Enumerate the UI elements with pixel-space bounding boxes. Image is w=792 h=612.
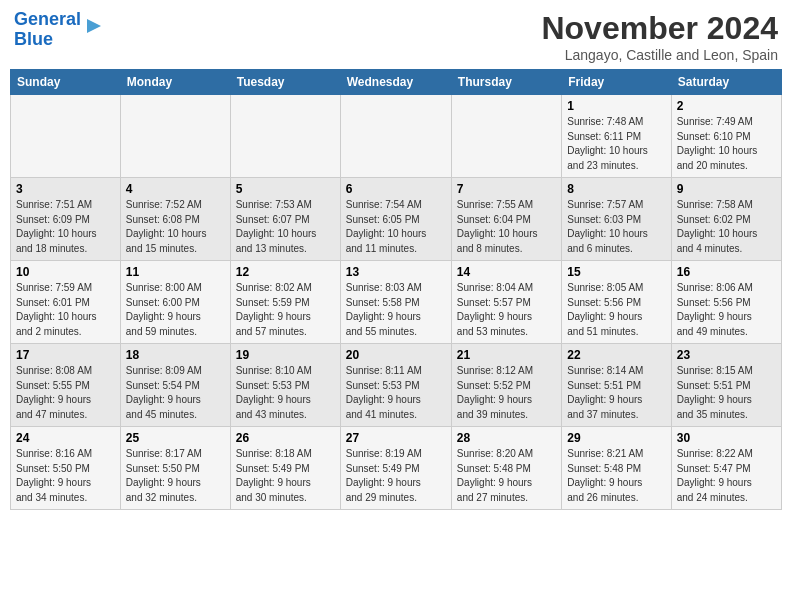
calendar-cell: 2Sunrise: 7:49 AMSunset: 6:10 PMDaylight… [671, 95, 781, 178]
day-info: Sunrise: 8:16 AMSunset: 5:50 PMDaylight:… [16, 447, 115, 505]
calendar-cell: 21Sunrise: 8:12 AMSunset: 5:52 PMDayligh… [451, 344, 561, 427]
day-number: 19 [236, 348, 335, 362]
header-row: Sunday Monday Tuesday Wednesday Thursday… [11, 70, 782, 95]
day-info: Sunrise: 8:05 AMSunset: 5:56 PMDaylight:… [567, 281, 665, 339]
day-info: Sunrise: 7:54 AMSunset: 6:05 PMDaylight:… [346, 198, 446, 256]
day-number: 18 [126, 348, 225, 362]
calendar-cell: 17Sunrise: 8:08 AMSunset: 5:55 PMDayligh… [11, 344, 121, 427]
day-number: 17 [16, 348, 115, 362]
header-thursday: Thursday [451, 70, 561, 95]
header-saturday: Saturday [671, 70, 781, 95]
day-info: Sunrise: 7:59 AMSunset: 6:01 PMDaylight:… [16, 281, 115, 339]
calendar-cell [11, 95, 121, 178]
day-info: Sunrise: 8:12 AMSunset: 5:52 PMDaylight:… [457, 364, 556, 422]
calendar-cell [451, 95, 561, 178]
calendar-cell: 3Sunrise: 7:51 AMSunset: 6:09 PMDaylight… [11, 178, 121, 261]
month-title: November 2024 [541, 10, 778, 47]
day-info: Sunrise: 8:03 AMSunset: 5:58 PMDaylight:… [346, 281, 446, 339]
calendar-cell: 30Sunrise: 8:22 AMSunset: 5:47 PMDayligh… [671, 427, 781, 510]
calendar-cell: 26Sunrise: 8:18 AMSunset: 5:49 PMDayligh… [230, 427, 340, 510]
calendar-cell: 23Sunrise: 8:15 AMSunset: 5:51 PMDayligh… [671, 344, 781, 427]
calendar-cell: 15Sunrise: 8:05 AMSunset: 5:56 PMDayligh… [562, 261, 671, 344]
day-number: 12 [236, 265, 335, 279]
week-row-2: 3Sunrise: 7:51 AMSunset: 6:09 PMDaylight… [11, 178, 782, 261]
day-info: Sunrise: 8:15 AMSunset: 5:51 PMDaylight:… [677, 364, 776, 422]
calendar-cell [340, 95, 451, 178]
header-friday: Friday [562, 70, 671, 95]
day-info: Sunrise: 8:11 AMSunset: 5:53 PMDaylight:… [346, 364, 446, 422]
day-info: Sunrise: 7:51 AMSunset: 6:09 PMDaylight:… [16, 198, 115, 256]
logo-text: General Blue [14, 10, 81, 50]
day-number: 30 [677, 431, 776, 445]
day-number: 20 [346, 348, 446, 362]
day-number: 10 [16, 265, 115, 279]
calendar-cell: 4Sunrise: 7:52 AMSunset: 6:08 PMDaylight… [120, 178, 230, 261]
day-number: 3 [16, 182, 115, 196]
calendar-cell: 11Sunrise: 8:00 AMSunset: 6:00 PMDayligh… [120, 261, 230, 344]
calendar-header: Sunday Monday Tuesday Wednesday Thursday… [11, 70, 782, 95]
logo-arrow-icon [83, 15, 105, 37]
week-row-4: 17Sunrise: 8:08 AMSunset: 5:55 PMDayligh… [11, 344, 782, 427]
calendar-cell: 27Sunrise: 8:19 AMSunset: 5:49 PMDayligh… [340, 427, 451, 510]
calendar-cell: 24Sunrise: 8:16 AMSunset: 5:50 PMDayligh… [11, 427, 121, 510]
day-info: Sunrise: 7:57 AMSunset: 6:03 PMDaylight:… [567, 198, 665, 256]
day-number: 23 [677, 348, 776, 362]
calendar-cell: 1Sunrise: 7:48 AMSunset: 6:11 PMDaylight… [562, 95, 671, 178]
calendar-cell: 12Sunrise: 8:02 AMSunset: 5:59 PMDayligh… [230, 261, 340, 344]
calendar-cell [230, 95, 340, 178]
week-row-5: 24Sunrise: 8:16 AMSunset: 5:50 PMDayligh… [11, 427, 782, 510]
calendar-cell: 8Sunrise: 7:57 AMSunset: 6:03 PMDaylight… [562, 178, 671, 261]
day-number: 11 [126, 265, 225, 279]
day-number: 1 [567, 99, 665, 113]
logo-blue: Blue [14, 29, 53, 49]
calendar-cell [120, 95, 230, 178]
day-info: Sunrise: 8:08 AMSunset: 5:55 PMDaylight:… [16, 364, 115, 422]
day-number: 27 [346, 431, 446, 445]
calendar-cell: 7Sunrise: 7:55 AMSunset: 6:04 PMDaylight… [451, 178, 561, 261]
day-number: 25 [126, 431, 225, 445]
day-info: Sunrise: 7:49 AMSunset: 6:10 PMDaylight:… [677, 115, 776, 173]
calendar-table: Sunday Monday Tuesday Wednesday Thursday… [10, 69, 782, 510]
day-info: Sunrise: 8:10 AMSunset: 5:53 PMDaylight:… [236, 364, 335, 422]
day-number: 24 [16, 431, 115, 445]
header-monday: Monday [120, 70, 230, 95]
calendar-cell: 9Sunrise: 7:58 AMSunset: 6:02 PMDaylight… [671, 178, 781, 261]
day-info: Sunrise: 8:18 AMSunset: 5:49 PMDaylight:… [236, 447, 335, 505]
day-info: Sunrise: 8:09 AMSunset: 5:54 PMDaylight:… [126, 364, 225, 422]
header-wednesday: Wednesday [340, 70, 451, 95]
logo-general: General [14, 9, 81, 29]
header-sunday: Sunday [11, 70, 121, 95]
day-info: Sunrise: 7:55 AMSunset: 6:04 PMDaylight:… [457, 198, 556, 256]
day-info: Sunrise: 8:19 AMSunset: 5:49 PMDaylight:… [346, 447, 446, 505]
calendar-cell: 29Sunrise: 8:21 AMSunset: 5:48 PMDayligh… [562, 427, 671, 510]
day-number: 29 [567, 431, 665, 445]
day-info: Sunrise: 8:02 AMSunset: 5:59 PMDaylight:… [236, 281, 335, 339]
day-number: 4 [126, 182, 225, 196]
calendar-cell: 16Sunrise: 8:06 AMSunset: 5:56 PMDayligh… [671, 261, 781, 344]
day-info: Sunrise: 7:53 AMSunset: 6:07 PMDaylight:… [236, 198, 335, 256]
calendar-body: 1Sunrise: 7:48 AMSunset: 6:11 PMDaylight… [11, 95, 782, 510]
day-info: Sunrise: 7:48 AMSunset: 6:11 PMDaylight:… [567, 115, 665, 173]
day-number: 21 [457, 348, 556, 362]
day-number: 22 [567, 348, 665, 362]
day-number: 15 [567, 265, 665, 279]
page-header: General Blue November 2024 Langayo, Cast… [10, 10, 782, 63]
day-number: 14 [457, 265, 556, 279]
day-number: 5 [236, 182, 335, 196]
calendar-cell: 13Sunrise: 8:03 AMSunset: 5:58 PMDayligh… [340, 261, 451, 344]
day-number: 28 [457, 431, 556, 445]
calendar-cell: 14Sunrise: 8:04 AMSunset: 5:57 PMDayligh… [451, 261, 561, 344]
day-number: 2 [677, 99, 776, 113]
calendar-cell: 6Sunrise: 7:54 AMSunset: 6:05 PMDaylight… [340, 178, 451, 261]
day-number: 26 [236, 431, 335, 445]
svg-marker-0 [87, 19, 101, 33]
calendar-cell: 5Sunrise: 7:53 AMSunset: 6:07 PMDaylight… [230, 178, 340, 261]
day-info: Sunrise: 8:14 AMSunset: 5:51 PMDaylight:… [567, 364, 665, 422]
day-number: 7 [457, 182, 556, 196]
day-info: Sunrise: 8:06 AMSunset: 5:56 PMDaylight:… [677, 281, 776, 339]
day-info: Sunrise: 8:22 AMSunset: 5:47 PMDaylight:… [677, 447, 776, 505]
calendar-cell: 25Sunrise: 8:17 AMSunset: 5:50 PMDayligh… [120, 427, 230, 510]
logo: General Blue [14, 10, 105, 50]
calendar-cell: 20Sunrise: 8:11 AMSunset: 5:53 PMDayligh… [340, 344, 451, 427]
day-info: Sunrise: 8:20 AMSunset: 5:48 PMDaylight:… [457, 447, 556, 505]
